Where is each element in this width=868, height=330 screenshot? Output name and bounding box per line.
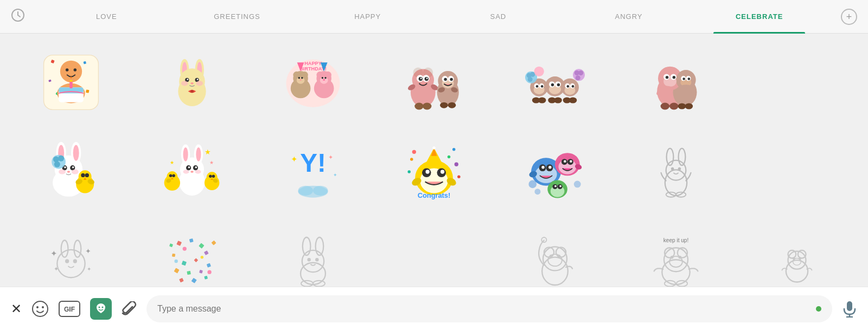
svg-rect-257 <box>207 263 211 267</box>
svg-point-213 <box>548 166 552 169</box>
svg-point-305 <box>42 306 44 308</box>
svg-point-221 <box>570 160 572 163</box>
svg-point-160 <box>188 166 190 169</box>
svg-point-122 <box>682 77 685 80</box>
sticker-birthday-cake-man[interactable] <box>11 39 132 126</box>
svg-point-9 <box>60 61 82 82</box>
sticker-sparkle-bunny[interactable]: ✦ ✦ ✦ ✦ <box>11 218 132 287</box>
close-button[interactable]: ✕ <box>11 301 22 316</box>
sticker-small-white-rabbit[interactable] <box>615 128 736 215</box>
svg-point-140 <box>67 171 71 173</box>
svg-text:Congrats!: Congrats! <box>418 191 451 199</box>
svg-point-231 <box>534 189 540 195</box>
svg-point-202 <box>425 170 429 173</box>
tab-sad[interactable]: SAD <box>433 0 564 34</box>
svg-point-139 <box>72 169 79 174</box>
svg-point-82 <box>541 85 544 88</box>
svg-point-208 <box>535 165 557 183</box>
gif-button[interactable]: GIF <box>59 301 80 317</box>
sticker-hugging-creatures[interactable] <box>615 39 736 126</box>
svg-point-188 <box>452 148 456 151</box>
svg-point-279 <box>543 247 567 270</box>
svg-rect-265 <box>212 241 216 245</box>
tab-celebrate[interactable]: CELEBRATE <box>694 0 825 34</box>
svg-point-269 <box>208 270 212 274</box>
svg-point-283 <box>550 255 553 258</box>
svg-point-124 <box>660 103 669 110</box>
sticker-pink-creatures[interactable] <box>374 39 495 126</box>
svg-point-299 <box>797 250 806 258</box>
svg-point-46 <box>324 77 327 79</box>
message-input[interactable] <box>157 304 810 314</box>
svg-point-61 <box>426 77 428 79</box>
tab-greetings[interactable]: GREETINGS <box>172 0 303 34</box>
tab-bar: LOVE GREETINGS HAPPY SAD ANGRY CELEBRATE… <box>0 0 868 34</box>
bottom-bar: ✕ GIF <box>0 287 868 330</box>
svg-text:✦: ✦ <box>291 155 298 164</box>
sticker-plain-bunny[interactable] <box>253 218 374 287</box>
svg-text:★: ★ <box>209 160 214 165</box>
sticker-baby-shark-group[interactable] <box>494 128 615 215</box>
svg-point-96 <box>575 75 580 80</box>
sticker-button[interactable] <box>90 298 112 320</box>
svg-rect-310 <box>847 301 852 311</box>
svg-point-16 <box>70 80 73 82</box>
svg-text:★: ★ <box>205 148 211 156</box>
tab-happy[interactable]: HAPPY <box>302 0 433 34</box>
sticker-small-bear-simple[interactable] <box>736 218 857 287</box>
sticker-bear-cheering[interactable] <box>494 218 615 287</box>
sticker-panel: HAPPY BIRTHDAY! <box>0 34 868 287</box>
svg-point-243 <box>74 241 81 257</box>
attachment-button[interactable] <box>122 301 137 316</box>
svg-point-71 <box>444 78 447 81</box>
svg-rect-261 <box>179 278 184 283</box>
svg-point-27 <box>181 81 188 86</box>
svg-point-216 <box>558 159 576 174</box>
svg-point-274 <box>308 258 311 261</box>
sticker-bunny-chick-blue[interactable] <box>11 128 132 215</box>
svg-point-229 <box>559 185 561 187</box>
emoji-button[interactable] <box>31 300 49 318</box>
sticker-keep-it-up-bear[interactable]: keep it up! <box>615 218 736 287</box>
history-icon[interactable] <box>11 8 25 25</box>
svg-point-181 <box>298 186 314 196</box>
tab-angry[interactable]: ANGRY <box>564 0 694 34</box>
svg-point-142 <box>53 157 59 163</box>
svg-rect-255 <box>182 261 187 266</box>
svg-text:✦: ✦ <box>85 247 91 255</box>
sticker-grid: HAPPY BIRTHDAY! <box>11 39 857 287</box>
sticker-happy-birthday[interactable]: HAPPY BIRTHDAY! <box>253 39 374 126</box>
svg-text:✦: ✦ <box>87 266 92 272</box>
svg-point-173 <box>209 175 212 178</box>
svg-text:GIF: GIF <box>64 306 75 313</box>
svg-point-25 <box>187 79 189 80</box>
svg-rect-260 <box>199 270 203 274</box>
svg-point-60 <box>420 77 422 79</box>
svg-point-271 <box>302 250 324 272</box>
svg-point-168 <box>173 174 176 178</box>
svg-point-97 <box>534 67 544 76</box>
tab-love[interactable]: LOVE <box>41 0 172 34</box>
svg-point-91 <box>551 83 554 87</box>
svg-point-192 <box>457 175 461 178</box>
svg-point-267 <box>201 256 204 259</box>
sticker-yahoo[interactable]: Y! ✦ ✦ ✦ <box>253 128 374 215</box>
svg-point-30 <box>191 90 194 93</box>
add-sticker-pack-button[interactable]: + <box>841 9 857 25</box>
svg-rect-7 <box>86 89 89 93</box>
sticker-bunny-chick-group[interactable]: ★ ★ ★ <box>132 128 253 215</box>
sticker-confetti[interactable] <box>132 218 253 287</box>
svg-text:✦: ✦ <box>328 154 333 160</box>
microphone-button[interactable] <box>842 300 857 318</box>
svg-point-75 <box>440 102 448 108</box>
sticker-cute-bunny[interactable] <box>132 39 253 126</box>
sticker-congrats-shark[interactable]: Congrats! <box>374 128 495 215</box>
svg-rect-258 <box>174 268 180 273</box>
online-indicator <box>816 306 821 312</box>
svg-point-228 <box>554 185 557 187</box>
sticker-empty-3 <box>374 218 495 287</box>
sticker-pompom-creatures[interactable] <box>494 39 615 126</box>
svg-point-298 <box>788 250 796 258</box>
svg-point-138 <box>59 169 66 174</box>
svg-point-29 <box>191 82 194 85</box>
